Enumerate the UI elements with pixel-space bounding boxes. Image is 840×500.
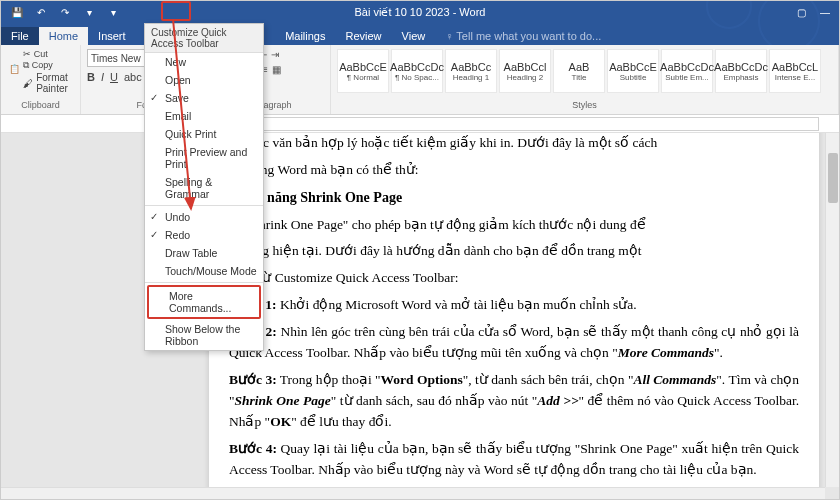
style-name: Heading 2 [507,73,543,82]
italic-button[interactable]: I [101,71,104,83]
style-intense-e-[interactable]: AaBbCcLIntense E... [769,49,821,93]
ruler-area [1,115,839,133]
menu-item-save[interactable]: Save [145,89,263,107]
step-label: Bước 4: [229,441,277,456]
doc-text: Trong hộp thoại " [277,372,381,387]
style-subtle-em-[interactable]: AaBbCcDcSubtle Em... [661,49,713,93]
style-name: Emphasis [723,73,758,82]
tab-insert[interactable]: Insert [88,27,136,45]
minimize-icon[interactable]: — [815,3,835,21]
style-name: ¶ Normal [347,73,379,82]
group-styles-label: Styles [337,98,832,110]
ribbon-tab-strip: File Home Insert Design Layout Reference… [1,23,839,45]
menu-separator [145,205,263,206]
ribbon-options-icon[interactable]: ▢ [791,3,811,21]
underline-button[interactable]: U [110,71,118,83]
strike-button[interactable]: abc [124,71,142,83]
redo-icon[interactable]: ↷ [55,3,75,21]
menu-item-redo[interactable]: Redo [145,226,263,244]
doc-line: bố cục văn bản hợp lý hoặc tiết kiệm giấ… [229,135,657,150]
horizontal-scrollbar[interactable] [1,487,825,499]
menu-item-undo[interactable]: Undo [145,208,263,226]
doc-emph: Shrink One Page [235,393,331,408]
doc-bold: OK [270,414,291,429]
group-clipboard-label: Clipboard [7,98,74,110]
style-heading-2[interactable]: AaBbCclHeading 2 [499,49,551,93]
style-subtitle[interactable]: AaBbCcESubtitle [607,49,659,93]
style-heading-1[interactable]: AaBbCcHeading 1 [445,49,497,93]
style-preview: AaBbCcE [339,61,387,73]
doc-text: Khởi động Microsoft Word và mở tài liệu … [277,297,637,312]
style-preview: AaBbCc [451,61,491,73]
vertical-scrollbar[interactable] [825,133,839,487]
scrollbar-thumb[interactable] [828,153,838,203]
app-window: 💾 ↶ ↷ ▾ ▾ Bài viết 10 10 2023 - Word ▢ —… [0,0,840,500]
dropdown-title: Customize Quick Access Toolbar [145,24,263,53]
horizontal-ruler[interactable] [211,117,819,131]
tab-review[interactable]: Review [336,27,392,45]
ribbon-body: 📋Paste ✂ Cut ⧉ Copy 🖌 Format Painter Cli… [1,45,839,115]
style-preview: AaBbCcE [609,61,657,73]
document-page[interactable]: bố cục văn bản hợp lý hoặc tiết kiệm giấ… [209,133,819,499]
doc-text: ", từ danh sách bên trái, chọn " [463,372,634,387]
step-label: Bước 3: [229,372,277,387]
style-preview: AaBbCcL [772,61,818,73]
menu-item-show-below-the-ribbon[interactable]: Show Below the Ribbon [145,320,263,350]
menu-item-email[interactable]: Email [145,107,263,125]
menu-item-open[interactable]: Open [145,71,263,89]
style-title[interactable]: AaBTitle [553,49,605,93]
tell-me-box[interactable]: ♀ Tell me what you want to do... [435,27,611,45]
menu-separator [145,282,263,283]
copy-button[interactable]: ⧉ Copy [23,60,74,71]
doc-bold: Word Options [381,372,463,387]
doc-text: " để lưu thay đổi. [291,414,391,429]
doc-emph: More Commands [618,345,714,360]
title-bar: 💾 ↶ ↷ ▾ ▾ Bài viết 10 10 2023 - Word ▢ — [1,1,839,23]
style-name: Title [572,73,587,82]
cut-label: Cut [34,49,48,59]
qat-customize-menu: Customize Quick Access Toolbar NewOpenSa… [144,23,264,351]
menu-item-new[interactable]: New [145,53,263,71]
style-preview: AaBbCcDc [714,61,768,73]
qat-customize-icon[interactable]: ▾ [103,3,123,21]
paste-button[interactable]: 📋Paste [7,49,21,89]
window-title: Bài viết 10 10 2023 - Word [1,6,839,19]
indent-button[interactable]: ⇥ [271,49,279,60]
bold-button[interactable]: B [87,71,95,83]
tab-file[interactable]: File [1,27,39,45]
style-name: ¶ No Spac... [395,73,439,82]
format-painter-label: Format Painter [36,72,74,94]
style-preview: AaBbCcDc [390,61,444,73]
tab-view[interactable]: View [392,27,436,45]
save-icon[interactable]: 💾 [7,3,27,21]
style--normal[interactable]: AaBbCcE¶ Normal [337,49,389,93]
style-preview: AaBbCcl [504,61,547,73]
style-preview: AaBbCcDc [660,61,714,73]
undo-icon[interactable]: ↶ [31,3,51,21]
format-painter-button[interactable]: 🖌 Format Painter [23,72,74,94]
document-area: bố cục văn bản hợp lý hoặc tiết kiệm giấ… [1,133,839,499]
menu-item-more-commands[interactable]: More Commands... [147,285,261,319]
style-name: Intense E... [775,73,815,82]
group-clipboard: 📋Paste ✂ Cut ⧉ Copy 🖌 Format Painter Cli… [1,45,81,114]
menu-item-draw-table[interactable]: Draw Table [145,244,263,262]
doc-text: Quay lại tài liệu của bạn, bạn sẽ thấy b… [229,441,799,477]
menu-item-spelling-grammar[interactable]: Spelling & Grammar [145,173,263,203]
qat-caret-icon[interactable]: ▾ [79,3,99,21]
doc-text: " từ danh sách, sau đó nhấp vào nút " [331,393,537,408]
shading-button[interactable]: ▦ [272,64,281,75]
group-styles: AaBbCcE¶ NormalAaBbCcDc¶ No Spac...AaBbC… [331,45,839,114]
style-emphasis[interactable]: AaBbCcDcEmphasis [715,49,767,93]
style-preview: AaB [569,61,590,73]
style--no-spac-[interactable]: AaBbCcDc¶ No Spac... [391,49,443,93]
menu-item-print-preview-and-print[interactable]: Print Preview and Print [145,143,263,173]
doc-emph: All Commands [633,372,716,387]
style-name: Heading 1 [453,73,489,82]
doc-line: ố trang hiện tại. Dưới đây là hướng dẫn … [229,243,641,258]
tab-home[interactable]: Home [39,27,88,45]
style-name: Subtle Em... [665,73,709,82]
cut-button[interactable]: ✂ Cut [23,49,74,59]
menu-item-touch-mouse-mode[interactable]: Touch/Mouse Mode [145,262,263,280]
doc-line: ng "Shrink One Page" cho phép bạn tự độn… [229,217,646,232]
menu-item-quick-print[interactable]: Quick Print [145,125,263,143]
